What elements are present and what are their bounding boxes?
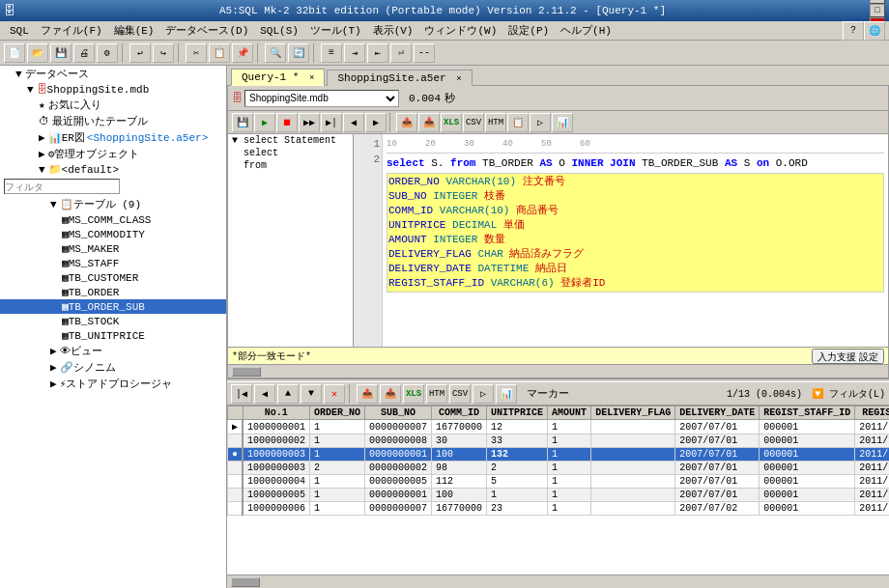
col-header-delivery-date[interactable]: DELIVERY_DATE — [675, 406, 760, 420]
menu-edit[interactable]: 編集(E) — [108, 21, 160, 40]
col-header-order-no[interactable]: ORDER_NO — [310, 406, 365, 420]
sidebar-synonyms[interactable]: ▶ 🔗 シノニム — [0, 359, 226, 376]
menu-sql[interactable]: SQL — [4, 23, 35, 39]
import-button[interactable]: 📥 — [418, 113, 440, 132]
col-header-regist-dt[interactable]: REGIST_DT — [855, 406, 889, 420]
sidebar-table-tb-stock[interactable]: ▦ TB_STOCK — [0, 314, 226, 328]
tab-shoppingsite-close[interactable]: × — [456, 74, 461, 84]
result-hscroll-thumb[interactable] — [231, 577, 260, 587]
col-header-amount[interactable]: AMOUNT — [548, 406, 591, 420]
result-up-button[interactable]: ▲ — [277, 384, 299, 404]
menu-view[interactable]: 表示(V) — [367, 21, 419, 40]
table-row[interactable]: 100000000410000000005112512007/07/010000… — [228, 475, 890, 489]
result-first-button[interactable]: |◀ — [231, 384, 252, 404]
paste-button[interactable]: 📌 — [232, 43, 253, 63]
run-all-button[interactable]: ▶▶ — [299, 113, 320, 132]
result-csv-btn[interactable]: CSV — [449, 384, 471, 404]
menu-help[interactable]: ヘルプ(H) — [555, 21, 617, 40]
table-row[interactable]: 10000000032000000000298212007/07/0100000… — [228, 462, 890, 475]
filter-input[interactable] — [4, 179, 120, 194]
sql-editor[interactable]: 1 2 10 20 30 40 50 60 — [354, 134, 888, 347]
sidebar-table-ms-maker[interactable]: ▦ MS_MAKER — [0, 241, 226, 256]
help-button[interactable]: ? — [843, 21, 864, 41]
redo-button[interactable]: ↪ — [153, 43, 174, 63]
tree-select-statement[interactable]: ▼ select Statement — [228, 134, 353, 147]
sidebar-views[interactable]: ▶ 👁 ビュー — [0, 343, 226, 359]
editor-hscroll-thumb[interactable] — [232, 367, 261, 377]
sidebar-table-ms-comm-class[interactable]: ▦ MS_COMM_CLASS — [0, 212, 226, 227]
tree-from[interactable]: from — [228, 159, 353, 172]
html-export-button[interactable]: HTM — [485, 113, 506, 132]
sidebar-procedures[interactable]: ▶ ⚡ ストアドプロシージャ — [0, 376, 226, 392]
sidebar-table-ms-staff[interactable]: ▦ MS_STAFF — [0, 256, 226, 270]
result-chart-btn[interactable]: 📊 — [496, 384, 517, 404]
undo-button[interactable]: ↩ — [129, 43, 151, 63]
chart-button[interactable]: 📊 — [552, 113, 573, 132]
copy-button[interactable]: 📋 — [209, 43, 230, 63]
sql-content[interactable]: 10 20 30 40 50 60 select S. from — [383, 134, 888, 347]
tab-shoppingsite[interactable]: ShoppingSite.a5er × — [327, 70, 472, 86]
outdent-button[interactable]: ⇤ — [367, 43, 388, 63]
sidebar-table-tb-unitprice[interactable]: ▦ TB_UNITPRICE — [0, 328, 226, 343]
tree-select[interactable]: select — [228, 147, 353, 159]
wrap-button[interactable]: ⏎ — [390, 43, 412, 63]
cut-button[interactable]: ✂ — [186, 43, 207, 63]
replace-button[interactable]: 🔄 — [288, 43, 309, 63]
web-button[interactable]: 🌐 — [864, 21, 885, 41]
col-header-no[interactable]: No.1 — [243, 406, 310, 420]
menu-file[interactable]: ファイル(F) — [35, 21, 108, 40]
filter-button[interactable]: 🔽 — [812, 389, 829, 400]
menu-database[interactable]: データベース(D) — [159, 21, 254, 40]
col-header-unitprice[interactable]: UNITPRICE — [487, 406, 548, 420]
result-html-btn[interactable]: HTM — [426, 384, 447, 404]
new-button[interactable]: 📄 — [4, 43, 25, 63]
col-header-sub-no[interactable]: SUB_NO — [365, 406, 432, 420]
comment-button[interactable]: -- — [414, 43, 435, 63]
sidebar-root[interactable]: ▼ データベース — [0, 66, 226, 82]
clipboard-button[interactable]: 📋 — [507, 113, 529, 132]
db-selector[interactable]: ShoppingSite.mdb — [244, 90, 399, 107]
run-button[interactable]: ▶ — [254, 113, 275, 132]
result-hscroll[interactable] — [227, 574, 889, 588]
csv-button[interactable]: CSV — [463, 113, 484, 132]
sidebar-default[interactable]: ▼ 📁 <default> — [0, 162, 226, 177]
result-import-btn[interactable]: 📥 — [380, 384, 401, 404]
autocomplete-popup[interactable]: ORDER_NO VARCHAR(10) 注文番号 SUB_NO INTEGER… — [387, 173, 884, 293]
sidebar-admin[interactable]: ▶ ⚙ 管理オブジェクト — [0, 146, 226, 162]
run-selected-button[interactable]: ▶| — [321, 113, 342, 132]
sidebar-table-tb-customer[interactable]: ▦ TB_CUSTOMER — [0, 270, 226, 285]
table-row[interactable]: 100000000610000000007167700002312007/07/… — [228, 502, 890, 516]
excel-button[interactable]: XLS — [441, 113, 462, 132]
open-button[interactable]: 📂 — [27, 43, 48, 63]
sidebar-table-ms-commodity[interactable]: ▦ MS_COMMODITY — [0, 227, 226, 241]
play2-button[interactable]: ▷ — [530, 113, 551, 132]
col-header-delivery-flag[interactable]: DELIVERY_FLAG — [591, 406, 675, 420]
prev-button[interactable]: ◀ — [343, 113, 364, 132]
sidebar-tables[interactable]: ▼ 📋 テーブル (9) — [0, 196, 226, 212]
result-play-btn[interactable]: ▷ — [473, 384, 494, 404]
save-sql-button[interactable]: 💾 — [232, 113, 253, 132]
tab-query1[interactable]: Query-1 * × — [231, 69, 325, 86]
result-prev-button[interactable]: ◀ — [254, 384, 275, 404]
sidebar-db-node[interactable]: ▼ 🗄 ShoppingSite.mdb — [0, 82, 226, 97]
table-row[interactable]: ●10000000031000000000110013212007/07/010… — [228, 448, 890, 462]
menu-tools[interactable]: ツール(T) — [304, 21, 367, 40]
result-excel-btn[interactable]: XLS — [403, 384, 424, 404]
menu-sql2[interactable]: SQL(S) — [254, 23, 304, 39]
menu-window[interactable]: ウィンドウ(W) — [418, 21, 502, 40]
stop-button[interactable]: ⏹ — [276, 113, 298, 132]
save-button[interactable]: 💾 — [50, 43, 72, 63]
format-button[interactable]: ≡ — [321, 43, 342, 63]
maximize-button[interactable]: □ — [870, 4, 885, 17]
indent-button[interactable]: ⇥ — [344, 43, 365, 63]
sidebar-table-tb-order-sub[interactable]: ▦ TB_ORDER_SUB — [0, 299, 226, 314]
sidebar-favorites[interactable]: ★ お気に入り — [0, 97, 226, 113]
export-button[interactable]: 📤 — [396, 113, 417, 132]
sidebar-table-tb-order[interactable]: ▦ TB_ORDER — [0, 285, 226, 299]
sidebar-er[interactable]: ▶ 📊 ER図 <ShoppingSite.a5er> — [0, 129, 226, 146]
table-row[interactable]: ▶100000000110000000007167700001212007/07… — [228, 420, 890, 434]
tab-query1-close[interactable]: × — [309, 73, 314, 83]
col-header-regist-staff[interactable]: REGIST_STAFF_ID — [760, 406, 855, 420]
table-row[interactable]: 100000000510000000001100112007/07/010000… — [228, 489, 890, 502]
result-delete-button[interactable]: ✕ — [324, 384, 345, 404]
